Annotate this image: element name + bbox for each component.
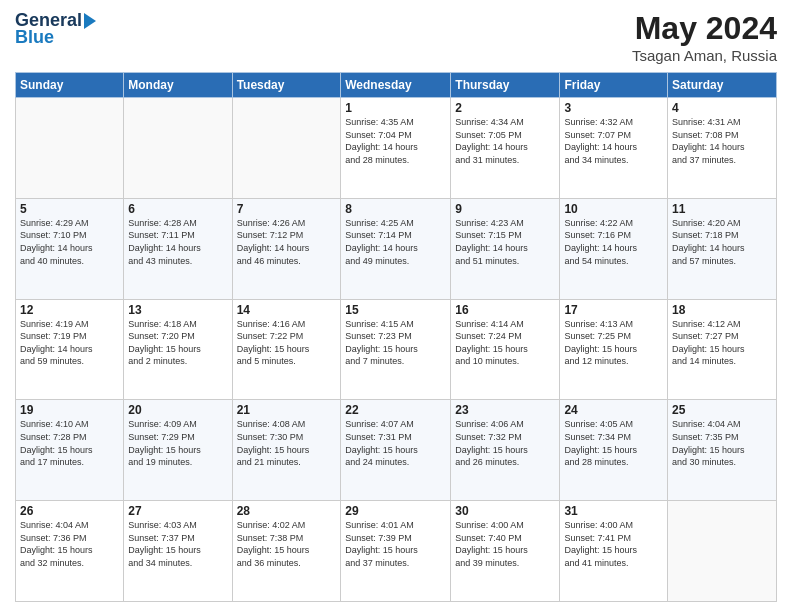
table-row: 12Sunrise: 4:19 AMSunset: 7:19 PMDayligh… <box>16 299 124 400</box>
table-row: 8Sunrise: 4:25 AMSunset: 7:14 PMDaylight… <box>341 198 451 299</box>
day-number: 17 <box>564 303 663 317</box>
table-row: 25Sunrise: 4:04 AMSunset: 7:35 PMDayligh… <box>668 400 777 501</box>
week-row-4: 19Sunrise: 4:10 AMSunset: 7:28 PMDayligh… <box>16 400 777 501</box>
col-tuesday: Tuesday <box>232 73 341 98</box>
day-info: Sunrise: 4:07 AMSunset: 7:31 PMDaylight:… <box>345 418 446 468</box>
day-info: Sunrise: 4:09 AMSunset: 7:29 PMDaylight:… <box>128 418 227 468</box>
table-row: 27Sunrise: 4:03 AMSunset: 7:37 PMDayligh… <box>124 501 232 602</box>
day-number: 9 <box>455 202 555 216</box>
table-row: 9Sunrise: 4:23 AMSunset: 7:15 PMDaylight… <box>451 198 560 299</box>
table-row: 1Sunrise: 4:35 AMSunset: 7:04 PMDaylight… <box>341 98 451 199</box>
day-info: Sunrise: 4:00 AMSunset: 7:40 PMDaylight:… <box>455 519 555 569</box>
day-info: Sunrise: 4:04 AMSunset: 7:35 PMDaylight:… <box>672 418 772 468</box>
day-number: 13 <box>128 303 227 317</box>
day-number: 28 <box>237 504 337 518</box>
table-row: 24Sunrise: 4:05 AMSunset: 7:34 PMDayligh… <box>560 400 668 501</box>
day-info: Sunrise: 4:19 AMSunset: 7:19 PMDaylight:… <box>20 318 119 368</box>
day-info: Sunrise: 4:04 AMSunset: 7:36 PMDaylight:… <box>20 519 119 569</box>
day-number: 30 <box>455 504 555 518</box>
day-info: Sunrise: 4:02 AMSunset: 7:38 PMDaylight:… <box>237 519 337 569</box>
col-friday: Friday <box>560 73 668 98</box>
day-number: 20 <box>128 403 227 417</box>
day-number: 7 <box>237 202 337 216</box>
day-number: 2 <box>455 101 555 115</box>
table-row: 5Sunrise: 4:29 AMSunset: 7:10 PMDaylight… <box>16 198 124 299</box>
day-number: 6 <box>128 202 227 216</box>
day-number: 21 <box>237 403 337 417</box>
table-row: 21Sunrise: 4:08 AMSunset: 7:30 PMDayligh… <box>232 400 341 501</box>
table-row: 3Sunrise: 4:32 AMSunset: 7:07 PMDaylight… <box>560 98 668 199</box>
header: General Blue May 2024 Tsagan Aman, Russi… <box>15 10 777 64</box>
day-info: Sunrise: 4:23 AMSunset: 7:15 PMDaylight:… <box>455 217 555 267</box>
day-info: Sunrise: 4:32 AMSunset: 7:07 PMDaylight:… <box>564 116 663 166</box>
day-info: Sunrise: 4:22 AMSunset: 7:16 PMDaylight:… <box>564 217 663 267</box>
table-row: 18Sunrise: 4:12 AMSunset: 7:27 PMDayligh… <box>668 299 777 400</box>
day-number: 31 <box>564 504 663 518</box>
day-info: Sunrise: 4:34 AMSunset: 7:05 PMDaylight:… <box>455 116 555 166</box>
table-row: 30Sunrise: 4:00 AMSunset: 7:40 PMDayligh… <box>451 501 560 602</box>
day-info: Sunrise: 4:01 AMSunset: 7:39 PMDaylight:… <box>345 519 446 569</box>
day-info: Sunrise: 4:10 AMSunset: 7:28 PMDaylight:… <box>20 418 119 468</box>
location: Tsagan Aman, Russia <box>632 47 777 64</box>
day-number: 10 <box>564 202 663 216</box>
day-number: 1 <box>345 101 446 115</box>
table-row: 11Sunrise: 4:20 AMSunset: 7:18 PMDayligh… <box>668 198 777 299</box>
table-row: 7Sunrise: 4:26 AMSunset: 7:12 PMDaylight… <box>232 198 341 299</box>
day-info: Sunrise: 4:15 AMSunset: 7:23 PMDaylight:… <box>345 318 446 368</box>
day-number: 3 <box>564 101 663 115</box>
day-number: 14 <box>237 303 337 317</box>
table-row: 19Sunrise: 4:10 AMSunset: 7:28 PMDayligh… <box>16 400 124 501</box>
table-row: 22Sunrise: 4:07 AMSunset: 7:31 PMDayligh… <box>341 400 451 501</box>
day-number: 19 <box>20 403 119 417</box>
logo-blue-text: Blue <box>15 27 54 48</box>
table-row: 20Sunrise: 4:09 AMSunset: 7:29 PMDayligh… <box>124 400 232 501</box>
day-number: 22 <box>345 403 446 417</box>
col-wednesday: Wednesday <box>341 73 451 98</box>
table-row: 13Sunrise: 4:18 AMSunset: 7:20 PMDayligh… <box>124 299 232 400</box>
table-row: 28Sunrise: 4:02 AMSunset: 7:38 PMDayligh… <box>232 501 341 602</box>
day-number: 12 <box>20 303 119 317</box>
day-info: Sunrise: 4:16 AMSunset: 7:22 PMDaylight:… <box>237 318 337 368</box>
day-info: Sunrise: 4:26 AMSunset: 7:12 PMDaylight:… <box>237 217 337 267</box>
day-info: Sunrise: 4:13 AMSunset: 7:25 PMDaylight:… <box>564 318 663 368</box>
day-info: Sunrise: 4:31 AMSunset: 7:08 PMDaylight:… <box>672 116 772 166</box>
table-row: 14Sunrise: 4:16 AMSunset: 7:22 PMDayligh… <box>232 299 341 400</box>
week-row-5: 26Sunrise: 4:04 AMSunset: 7:36 PMDayligh… <box>16 501 777 602</box>
day-info: Sunrise: 4:12 AMSunset: 7:27 PMDaylight:… <box>672 318 772 368</box>
logo: General Blue <box>15 10 96 48</box>
day-info: Sunrise: 4:00 AMSunset: 7:41 PMDaylight:… <box>564 519 663 569</box>
day-info: Sunrise: 4:14 AMSunset: 7:24 PMDaylight:… <box>455 318 555 368</box>
calendar-table: Sunday Monday Tuesday Wednesday Thursday… <box>15 72 777 602</box>
table-row: 29Sunrise: 4:01 AMSunset: 7:39 PMDayligh… <box>341 501 451 602</box>
table-row: 15Sunrise: 4:15 AMSunset: 7:23 PMDayligh… <box>341 299 451 400</box>
table-row: 10Sunrise: 4:22 AMSunset: 7:16 PMDayligh… <box>560 198 668 299</box>
table-row: 6Sunrise: 4:28 AMSunset: 7:11 PMDaylight… <box>124 198 232 299</box>
day-number: 15 <box>345 303 446 317</box>
table-row: 16Sunrise: 4:14 AMSunset: 7:24 PMDayligh… <box>451 299 560 400</box>
table-row: 4Sunrise: 4:31 AMSunset: 7:08 PMDaylight… <box>668 98 777 199</box>
week-row-2: 5Sunrise: 4:29 AMSunset: 7:10 PMDaylight… <box>16 198 777 299</box>
day-number: 4 <box>672 101 772 115</box>
page: General Blue May 2024 Tsagan Aman, Russi… <box>0 0 792 612</box>
day-number: 24 <box>564 403 663 417</box>
table-row <box>16 98 124 199</box>
day-info: Sunrise: 4:08 AMSunset: 7:30 PMDaylight:… <box>237 418 337 468</box>
day-info: Sunrise: 4:06 AMSunset: 7:32 PMDaylight:… <box>455 418 555 468</box>
calendar: Sunday Monday Tuesday Wednesday Thursday… <box>15 72 777 602</box>
day-info: Sunrise: 4:35 AMSunset: 7:04 PMDaylight:… <box>345 116 446 166</box>
day-number: 27 <box>128 504 227 518</box>
day-info: Sunrise: 4:29 AMSunset: 7:10 PMDaylight:… <box>20 217 119 267</box>
day-info: Sunrise: 4:03 AMSunset: 7:37 PMDaylight:… <box>128 519 227 569</box>
day-number: 8 <box>345 202 446 216</box>
table-row <box>232 98 341 199</box>
week-row-1: 1Sunrise: 4:35 AMSunset: 7:04 PMDaylight… <box>16 98 777 199</box>
table-row: 17Sunrise: 4:13 AMSunset: 7:25 PMDayligh… <box>560 299 668 400</box>
day-number: 25 <box>672 403 772 417</box>
day-info: Sunrise: 4:20 AMSunset: 7:18 PMDaylight:… <box>672 217 772 267</box>
day-info: Sunrise: 4:18 AMSunset: 7:20 PMDaylight:… <box>128 318 227 368</box>
week-row-3: 12Sunrise: 4:19 AMSunset: 7:19 PMDayligh… <box>16 299 777 400</box>
day-number: 23 <box>455 403 555 417</box>
col-monday: Monday <box>124 73 232 98</box>
table-row: 31Sunrise: 4:00 AMSunset: 7:41 PMDayligh… <box>560 501 668 602</box>
month-year: May 2024 <box>632 10 777 47</box>
